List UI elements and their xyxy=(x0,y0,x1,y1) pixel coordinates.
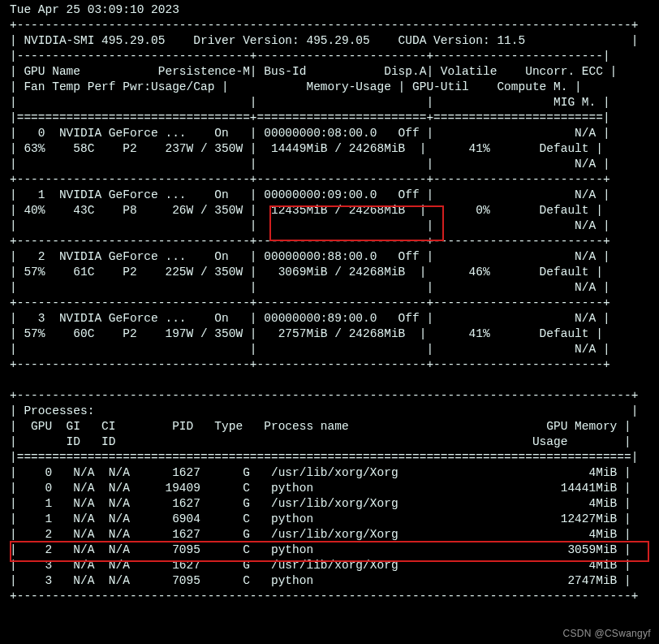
watermark: CSDN @CSwangyf xyxy=(563,626,651,642)
nvidia-smi-output: Tue Apr 25 03:09:10 2023 +--------------… xyxy=(10,2,638,604)
